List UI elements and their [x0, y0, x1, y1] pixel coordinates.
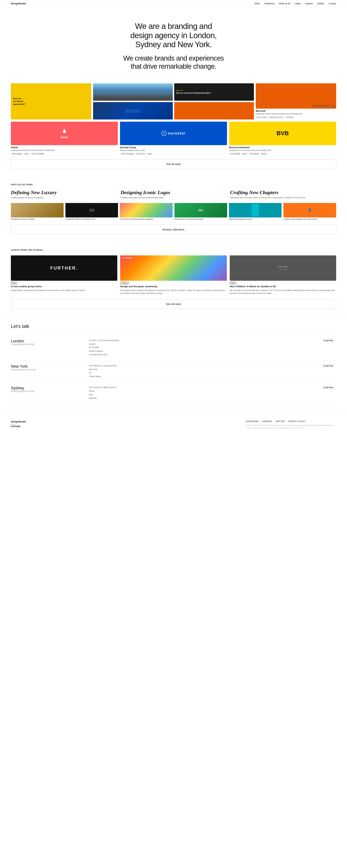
london-email[interactable]: LONDON@DESIGN.STUDIO [11, 343, 47, 345]
nav-what-we-do[interactable]: What we do [279, 2, 290, 5]
tag: Brand Strategy [256, 116, 267, 118]
nav-collections[interactable]: Collections [264, 2, 275, 5]
work-img-wind[interactable] [93, 83, 173, 101]
collection-chapters-desc: Partnering with Executive teams to bring… [230, 196, 336, 199]
airbnb-logo [61, 128, 68, 135]
nav-logo[interactable]: DesignStudio [11, 2, 26, 5]
office-london: London LONDON@DESIGN.STUDIO 1st Floor, 1… [11, 335, 336, 360]
work-microsoft-tags: Brand Strategy Professional Services Tec… [256, 116, 336, 118]
news-hour-children[interactable]: Fancy ThriftStore Front News Hour Childr… [230, 255, 336, 295]
newyork-email[interactable]: NEWYORK@DESIGN.STUDIO [11, 369, 47, 371]
news-further-title: A new creative group forms [11, 285, 117, 288]
footer-links: INSTAGRAM LINKEDIN TWITTER PRIVACY POLIC… [246, 420, 336, 423]
news-badge-news-2: News [230, 282, 236, 284]
tag: Professional Services [268, 116, 284, 118]
tag: Travel & Hospitality [30, 153, 45, 155]
col-thumb-superbrand[interactable]: The world's first community-driven super… [120, 203, 172, 220]
newyork-map-button[interactable]: Google Map [322, 364, 335, 368]
work-airbnb-desc: Creating the world's first community-dri… [11, 149, 118, 152]
col-thumb-technology[interactable]: Making technology more human [229, 203, 282, 220]
col-thumb-travel[interactable]: GO! New horizons for a beloved travel br… [175, 203, 227, 220]
news-further[interactable]: FURTHER. News A new creative group forms… [11, 255, 117, 295]
work-img-paint[interactable]: The power of belief infuture-facing inno… [93, 102, 173, 120]
office-newyork: New York NEWYORK@DESIGN.STUDIO 9-25 44th… [11, 360, 336, 382]
work-microsoft-card[interactable]: How can we advance sustainability? Micro… [256, 83, 336, 120]
see-all-news-button[interactable]: See all news [11, 299, 336, 309]
tag: Travel & Hospitality [120, 153, 135, 155]
work-bottom-row: airbnb Airbnb Creating the world's first… [11, 122, 336, 155]
work-eurostar-title: Eurostar Group [120, 146, 227, 149]
london-city: London [11, 339, 47, 343]
footer-logo: DesignStudio [11, 420, 26, 423]
news-hour-title: Hour Children: A lifeline for families i… [230, 285, 336, 288]
tag: Global [23, 153, 29, 155]
footer-twitter[interactable]: TWITTER [276, 420, 285, 423]
news-queer-title: Design and the queer community [120, 285, 227, 288]
nav-latest[interactable]: Latest [295, 2, 301, 5]
news-queer[interactable]: OUTRAGE! Thinking Design and the queer c… [120, 255, 227, 295]
nav-work[interactable]: Work [255, 2, 260, 5]
navigation: DesignStudio Work Collections What we do… [0, 0, 347, 7]
work-section: How canwe expandopportunity? Microsoft H… [0, 80, 347, 176]
collections-thumbs: Unearthing a new way to holiday OTHERHOU… [11, 203, 336, 220]
collection-luxury-desc: Crafting brands for luxury companies [11, 196, 117, 199]
news-grid: FURTHER. News A new creative group forms… [11, 255, 336, 295]
footer-right: INSTAGRAM LINKEDIN TWITTER PRIVACY POLIC… [246, 420, 336, 429]
work-borussia-desc: Evolving one of the world's most iconic … [229, 149, 336, 152]
footer-brand: DesignStudio part of FURTHER. [11, 420, 26, 428]
col-thumb-cultural[interactable]: 👤 Creating cultural unification with a n… [283, 203, 336, 220]
nav-careers[interactable]: Careers [305, 2, 313, 5]
collection-logos[interactable]: Designing Iconic Logos Crafting meaningf… [121, 190, 227, 199]
work-eurostar-tags: Travel & Hospitality Sonic Identity Moti… [120, 153, 227, 155]
footer-privacy[interactable]: PRIVACY POLICY [288, 420, 306, 423]
footer-legal: © 2023 DESIGNSTUDIO GROUP. A private lim… [246, 424, 336, 429]
footer-linkedin[interactable]: LINKEDIN [262, 420, 272, 423]
col-thumb-residents[interactable]: OTHERHOUSE Creating the World's First Re… [65, 203, 118, 220]
hero-headline: We are a branding and design agency in L… [123, 22, 224, 49]
browse-collections-button[interactable]: Browse collections [11, 225, 336, 235]
news-label: Latest from the studios [11, 249, 336, 251]
news-queer-desc: Throughout history, design has played an… [120, 289, 227, 295]
collection-chapters[interactable]: Crafting New Chapters Partnering with Ex… [230, 190, 336, 199]
footer-further[interactable]: FURTHER. [11, 425, 26, 428]
airbnb-wordmark: airbnb [61, 136, 68, 138]
news-section: Latest from the studios FURTHER. News A … [0, 242, 347, 316]
footer: DesignStudio part of FURTHER. INSTAGRAM … [0, 415, 347, 435]
tag: Sonic Identity [135, 153, 146, 155]
bvb-monogram: BVB [277, 130, 289, 137]
work-airbnb[interactable]: airbnb Airbnb Creating the world's first… [11, 122, 118, 155]
work-airbnb-tags: Brand Strategy Global Travel & Hospitali… [11, 153, 118, 155]
collection-luxury[interactable]: Defining New Luxury Crafting brands for … [11, 190, 117, 199]
sydney-map-button[interactable]: Google Map [322, 386, 335, 389]
footer-instagram[interactable]: INSTAGRAM [246, 420, 258, 423]
work-img-phone[interactable] [174, 102, 254, 120]
tag: Europe [260, 153, 267, 155]
work-eurostar[interactable]: ✦ eurostar Eurostar Group Merging rail g… [120, 122, 227, 155]
nav-studios[interactable]: Studios [317, 2, 324, 5]
work-borussia[interactable]: BVB Borussia Dortmund Evolving one of th… [229, 122, 336, 155]
sydney-email[interactable]: SYDNEY@DESIGN.STUDIO [11, 391, 47, 393]
tag: Visual Identity [249, 153, 260, 155]
work-borussia-title: Borussia Dortmund [229, 146, 336, 149]
collections-hero-grid: Defining New Luxury Crafting brands for … [11, 190, 336, 199]
work-borussia-tags: Brand Strategy Motion Visual Identity Eu… [229, 153, 336, 155]
work-item-partial[interactable]: How canwe expandopportunity? [11, 83, 91, 120]
work-microsoft-desc: Helping the world's largest company put … [256, 113, 336, 115]
news-badge-thinking: Thinking [120, 282, 128, 284]
work-microsoft-title: Microsoft [256, 110, 336, 112]
footer-part-of: part of [11, 423, 26, 425]
nav-links: Work Collections What we do Latest Caree… [255, 2, 336, 5]
sydney-city: Sydney [11, 386, 47, 391]
office-sydney: Sydney SYDNEY@DESIGN.STUDIO The Commons,… [11, 382, 336, 404]
nav-contact[interactable]: Contact [329, 2, 336, 5]
further-logo-text: FURTHER. [50, 266, 78, 271]
see-all-work-button[interactable]: See all work [11, 159, 336, 169]
collections-section: Our Collections Defining New Luxury Craf… [0, 176, 347, 242]
tag: Technology [285, 116, 294, 118]
work-img-rights[interactable]: Microsoft How can we protect fundamental… [174, 83, 254, 101]
london-map-button[interactable]: Google Map [322, 339, 335, 342]
hero-section: We are a branding and design agency in L… [112, 7, 235, 80]
tag: Motion [147, 153, 153, 155]
col-thumb-holiday[interactable]: Unearthing a new way to holiday [11, 203, 64, 220]
news-hour-desc: We recently volunteered with Hour Childr… [230, 289, 336, 295]
